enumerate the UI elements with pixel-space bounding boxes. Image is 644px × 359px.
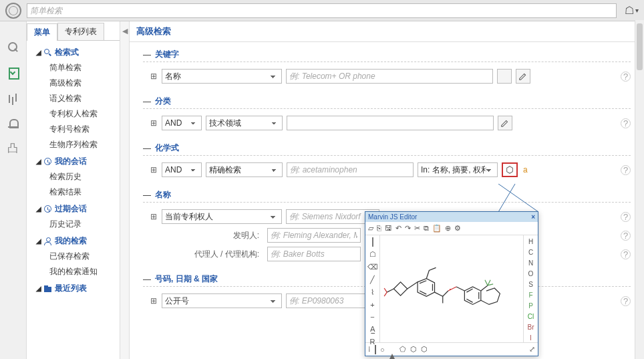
chain-tool[interactable]: ⌇ (371, 288, 374, 297)
circle-tool[interactable]: ○ (380, 346, 385, 354)
tree-item[interactable]: 专利权人检索 (29, 106, 117, 122)
popup-left-tools: ☖ ⌫ ╱ ⌇ + − A̲ R (365, 235, 380, 342)
tree-item[interactable]: 简单检索 (29, 60, 117, 76)
pent-tool[interactable]: ⬠ (399, 345, 406, 354)
classification-op-select[interactable]: AND (162, 116, 202, 130)
add-row-icon[interactable]: ⊞ (150, 166, 158, 174)
tree-item[interactable]: 检索结果 (29, 185, 117, 200)
rail-doc-icon[interactable] (7, 67, 19, 79)
scrollbar[interactable] (635, 20, 644, 359)
help-icon[interactable]: ? (621, 212, 631, 222)
tree-group-我的会话[interactable]: ◢我的会话 (29, 154, 117, 169)
help-icon[interactable]: ? (621, 296, 631, 306)
hex2-tool[interactable]: ⬡ (421, 345, 428, 354)
help-icon[interactable]: ? (621, 249, 631, 259)
text-tool[interactable]: A̲ (370, 325, 375, 334)
help-icon[interactable]: ? (621, 231, 631, 241)
molecule-canvas[interactable] (380, 235, 523, 342)
element-Cl[interactable]: Cl (528, 313, 534, 320)
select-tool[interactable] (372, 238, 373, 246)
assignee-field-select[interactable]: 当前专利权人 (162, 209, 282, 224)
undo-icon[interactable]: ↶ (395, 224, 401, 233)
help-icon[interactable]: ? (621, 165, 631, 175)
element-N[interactable]: N (528, 259, 533, 267)
top-bar: ☖▾ (0, 0, 644, 21)
chemical-input[interactable] (287, 162, 414, 177)
structure-editor-button[interactable] (502, 162, 518, 177)
cut-icon[interactable]: ✂ (414, 224, 420, 233)
add-row-icon[interactable]: ⊞ (150, 297, 158, 305)
element-Br[interactable]: Br (528, 324, 534, 331)
help-icon[interactable]: ? (621, 72, 631, 82)
global-search-input[interactable] (27, 3, 617, 18)
tree-item[interactable]: 高级检索 (29, 76, 117, 91)
rail-chart-icon[interactable] (7, 92, 19, 104)
rail-search-icon[interactable] (7, 41, 19, 53)
tree-item[interactable]: 语义检索 (29, 91, 117, 106)
rail-export-icon[interactable] (7, 143, 19, 155)
hex-tool[interactable]: ⬡ (410, 345, 417, 354)
tree-item[interactable]: 检索历史 (29, 169, 117, 185)
classification-input[interactable] (287, 116, 494, 130)
redo-icon[interactable]: ↷ (405, 224, 411, 233)
new-icon[interactable]: ▱ (368, 224, 373, 233)
keyword-input[interactable] (286, 69, 493, 84)
rect-tool[interactable] (375, 346, 376, 354)
tree-group-我的检索[interactable]: ◢我的检索 (29, 233, 117, 249)
sidebar-collapse[interactable]: ◀ (120, 21, 130, 359)
chemical-type-select[interactable]: 精确检索 (206, 162, 283, 177)
pubno-field-select[interactable]: 公开号 (162, 293, 282, 308)
keyword-field-select[interactable]: 名称 (162, 69, 282, 84)
minus-tool[interactable]: − (370, 313, 374, 321)
popup-close-button[interactable]: × (531, 213, 535, 221)
sidebar: 菜单 专利列表 ◢检索式简单检索高级检索语义检索专利权人检索专利号检索生物序列检… (27, 21, 120, 359)
element-P[interactable]: P (528, 302, 533, 310)
person-icon (44, 237, 52, 245)
tri-tool[interactable] (389, 346, 395, 354)
svg-marker-0 (507, 166, 513, 174)
expand-tool[interactable]: ⤢ (529, 345, 535, 354)
bond-tool[interactable]: ╱ (370, 275, 375, 284)
save-icon[interactable]: 🖫 (385, 224, 392, 233)
paste-icon[interactable]: 📋 (432, 224, 442, 233)
tab-patent-list[interactable]: 专利列表 (57, 23, 104, 40)
element-I[interactable]: I (530, 334, 532, 342)
tree-item[interactable]: 我的检索通知 (29, 264, 117, 279)
plus-tool[interactable]: + (370, 301, 374, 309)
open-icon[interactable]: ⎘ (377, 224, 381, 233)
tree-item[interactable]: 专利号检索 (29, 122, 117, 137)
element-H[interactable]: H (528, 238, 533, 245)
element-S[interactable]: S (528, 281, 533, 288)
tab-menu[interactable]: 菜单 (27, 23, 57, 41)
help-icon[interactable]: ? (621, 118, 631, 128)
copy-icon[interactable]: ⧉ (424, 224, 429, 233)
user-menu[interactable]: ☖▾ (625, 4, 639, 17)
add-row-icon[interactable]: ⊞ (150, 72, 158, 80)
tree-item[interactable]: 已保存检索 (29, 249, 117, 264)
tree-group-过期会话[interactable]: ◢过期会话 (29, 201, 117, 217)
chemical-op-select[interactable]: AND (162, 162, 202, 177)
tree-group-检索式[interactable]: ◢检索式 (29, 45, 117, 60)
element-F[interactable]: F (528, 291, 532, 299)
zoom-icon[interactable]: ⊕ (445, 224, 451, 233)
keyword-edit-button[interactable] (516, 69, 530, 84)
add-row-icon[interactable]: ⊞ (150, 213, 158, 221)
erase-tool[interactable]: ⌫ (367, 263, 378, 271)
lasso-tool[interactable]: ☖ (369, 250, 376, 259)
app-logo (5, 3, 21, 19)
keyword-extra-button[interactable] (497, 69, 512, 84)
inventor-input[interactable] (267, 228, 361, 243)
element-C[interactable]: C (528, 249, 533, 256)
classification-field-select[interactable]: 技术领域 (206, 116, 283, 130)
dots-tool[interactable]: ⁞ (368, 345, 371, 354)
agent-input[interactable] (267, 247, 361, 261)
classification-edit-button[interactable] (498, 116, 512, 130)
chemical-in-select[interactable]: In: 名称, 摘要, 权利要求 (418, 162, 498, 177)
element-O[interactable]: O (528, 270, 534, 277)
tree-item[interactable]: 生物序列检索 (29, 137, 117, 152)
rail-bell-icon[interactable] (7, 118, 19, 130)
add-row-icon[interactable]: ⊞ (150, 119, 158, 127)
tree-item[interactable]: 历史记录 (29, 217, 117, 232)
settings-icon[interactable]: ⚙ (454, 224, 461, 233)
tree-group-最近列表[interactable]: ◢最近列表 (29, 281, 117, 296)
